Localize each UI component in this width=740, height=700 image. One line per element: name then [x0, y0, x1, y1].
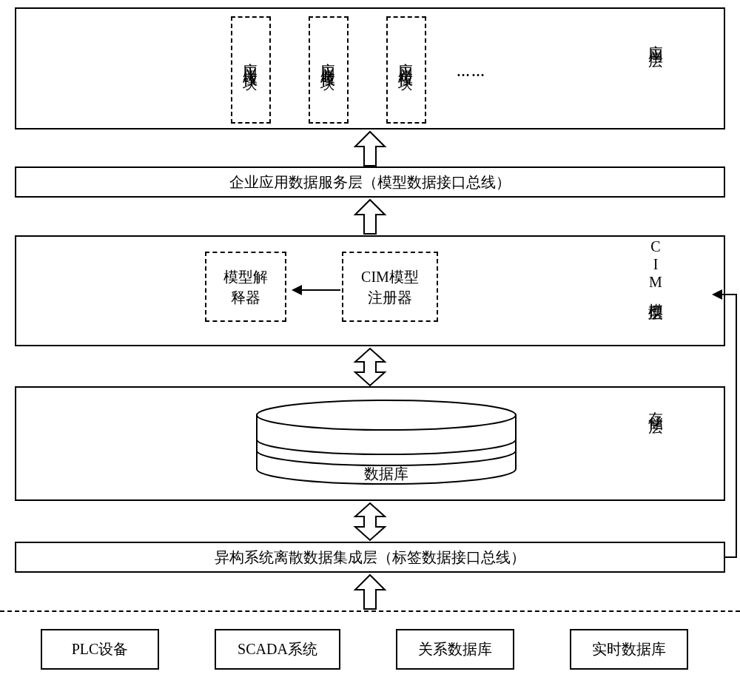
arrow-up-icon	[352, 573, 388, 610]
model-interpreter-l2: 释器	[231, 289, 260, 306]
arrow-left-icon	[290, 283, 342, 297]
source-scada-label: SCADA系统	[238, 639, 317, 659]
ellipsis: ……	[457, 64, 486, 80]
divider-dashed	[0, 610, 740, 612]
source-rtdb-label: 实时数据库	[592, 639, 666, 659]
app-module-c-label: 应用模块C	[397, 51, 417, 90]
arrow-right-long-icon	[725, 289, 740, 559]
model-interpreter: 模型解释器	[205, 252, 286, 322]
arrow-up-icon	[352, 130, 388, 167]
source-plc: PLC设备	[41, 629, 159, 670]
source-reldb-label: 关系数据库	[418, 639, 492, 659]
cim-model-layer: 模型解释器 CIM模型注册器	[15, 235, 725, 346]
app-module-a: 应用模块A	[231, 16, 271, 124]
database-icon: 数据库	[253, 399, 519, 495]
source-reldb: 关系数据库	[396, 629, 514, 670]
app-module-c: 应用模块C	[386, 16, 426, 124]
model-interpreter-l1: 模型解	[223, 269, 268, 285]
application-layer: 应用模块A 应用模块B 应用模块C ……	[15, 7, 725, 129]
cim-register-l1: CIM模型	[361, 269, 419, 285]
arrow-up-icon	[352, 198, 388, 235]
storage-layer: 数据库	[15, 386, 725, 501]
source-scada: SCADA系统	[215, 629, 340, 670]
svg-point-1	[257, 400, 516, 430]
cim-register-l2: 注册器	[368, 289, 412, 306]
integration-layer-label: 异构系统离散数据集成层（标签数据接口总线）	[215, 548, 525, 568]
database-label: 数据库	[364, 465, 408, 482]
integration-layer: 异构系统离散数据集成层（标签数据接口总线）	[15, 542, 725, 573]
application-layer-label: 应用层	[646, 33, 666, 47]
app-module-b: 应用模块B	[309, 16, 349, 124]
cim-model-layer-label: CIM模型层	[646, 238, 666, 296]
arrow-updown-icon	[352, 347, 388, 387]
source-rtdb: 实时数据库	[570, 629, 688, 670]
storage-layer-label: 存储层	[646, 400, 666, 413]
arrow-updown-icon	[352, 502, 388, 542]
enterprise-service-layer: 企业应用数据服务层（模型数据接口总线）	[15, 166, 725, 198]
app-module-b-label: 应用模块B	[319, 51, 339, 90]
app-module-a-label: 应用模块A	[241, 51, 261, 90]
source-plc-label: PLC设备	[72, 639, 129, 659]
cim-model-register: CIM模型注册器	[342, 252, 438, 322]
enterprise-service-label: 企业应用数据服务层（模型数据接口总线）	[229, 172, 511, 192]
